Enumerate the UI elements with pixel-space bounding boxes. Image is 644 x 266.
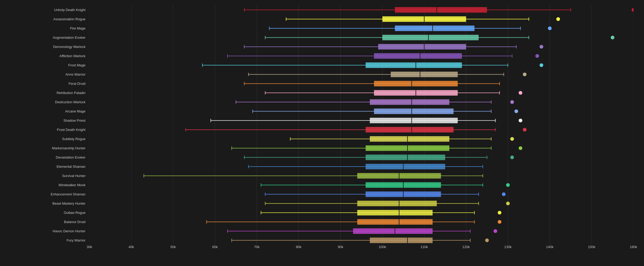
x-tick: 50k — [170, 245, 176, 249]
svg-point-102 — [510, 137, 514, 141]
y-label-marksmanship-hunter: Marksmanship Hunter — [0, 144, 88, 153]
x-axis-ticks: 30k40k50k60k70k80k90k100k110k120k130k140… — [89, 245, 633, 253]
svg-point-114 — [510, 156, 514, 159]
y-label-havoc-demon-hunter: Havoc Demon Hunter — [0, 226, 88, 236]
y-label-fury-warrior: Fury Warrior — [0, 236, 88, 245]
svg-point-37 — [611, 36, 614, 40]
x-tick: 160k — [630, 245, 637, 249]
svg-point-142 — [506, 202, 510, 205]
y-label-affliction-warlock: Affliction Warlock — [0, 51, 88, 61]
svg-point-78 — [510, 100, 514, 104]
chart-area — [89, 5, 633, 245]
svg-point-55 — [540, 63, 543, 67]
svg-rect-41 — [378, 44, 466, 50]
svg-point-49 — [535, 54, 539, 58]
svg-rect-118 — [366, 164, 445, 169]
svg-rect-17 — [395, 7, 487, 13]
svg-rect-164 — [370, 238, 433, 243]
svg-point-90 — [519, 119, 522, 122]
svg-point-148 — [498, 211, 501, 215]
svg-point-72 — [519, 91, 522, 95]
y-label-enhancement-shaman: Enhancement Shaman — [0, 190, 88, 199]
y-label-frost-death-knight: Frost Death Knight — [0, 125, 88, 134]
x-tick: 60k — [212, 245, 218, 249]
y-label-beast-mastery-hunter: Beast Mastery Hunter — [0, 199, 88, 208]
y-label-demonology-warlock: Demonology Warlock — [0, 42, 88, 51]
svg-rect-47 — [374, 53, 462, 59]
svg-point-43 — [540, 45, 543, 49]
y-labels: Unholy Death KnightAssassination RogueFi… — [0, 5, 88, 245]
svg-rect-112 — [366, 155, 445, 160]
svg-rect-29 — [395, 26, 474, 31]
y-label-balance-druid: Balance Druid — [0, 217, 88, 226]
svg-rect-140 — [357, 201, 437, 206]
y-label-unholy-death-knight: Unholy Death Knight — [0, 5, 88, 14]
y-label-survival-hunter: Survival Hunter — [0, 171, 88, 180]
svg-point-84 — [514, 110, 518, 113]
y-label-elemental-shaman: Elemental Shaman — [0, 162, 88, 171]
svg-point-154 — [498, 220, 501, 224]
chart-container: Unholy Death KnightAssassination RogueFi… — [0, 0, 644, 266]
svg-rect-88 — [370, 118, 458, 123]
y-label-windwalker-monk: Windwalker Monk — [0, 180, 88, 190]
y-label-outlaw-rogue: Outlaw Rogue — [0, 208, 88, 217]
svg-rect-82 — [374, 109, 453, 114]
y-label-feral-druid: Feral Druid — [0, 79, 88, 88]
svg-rect-158 — [353, 228, 433, 234]
svg-rect-53 — [366, 62, 462, 68]
svg-point-160 — [494, 229, 497, 233]
svg-point-31 — [548, 27, 552, 30]
svg-rect-65 — [374, 81, 458, 86]
x-tick: 130k — [504, 245, 511, 249]
svg-rect-94 — [366, 127, 453, 132]
y-label-shadow-priest: Shadow Priest — [0, 116, 88, 125]
y-label-destruction-warlock: Destruction Warlock — [0, 97, 88, 107]
svg-point-19 — [632, 8, 633, 12]
x-tick: 70k — [254, 245, 260, 249]
y-label-augmentation-evoker: Augmentation Evoker — [0, 33, 88, 42]
y-label-arcane-mage: Arcane Mage — [0, 107, 88, 116]
svg-point-61 — [523, 73, 526, 76]
y-label-devastation-evoker: Devastation Evoker — [0, 153, 88, 162]
svg-point-136 — [502, 193, 506, 196]
x-tick: 100k — [379, 245, 386, 249]
y-label-frost-mage: Frost Mage — [0, 61, 88, 70]
svg-point-108 — [519, 146, 522, 150]
y-label-fire-mage: Fire Mage — [0, 24, 88, 33]
x-tick: 40k — [129, 245, 134, 249]
x-tick: 140k — [546, 245, 554, 249]
y-label-arms-warrior: Arms Warrior — [0, 70, 88, 79]
svg-rect-35 — [382, 35, 479, 40]
x-tick: 120k — [462, 245, 470, 249]
x-tick: 110k — [420, 245, 428, 249]
svg-point-166 — [485, 239, 489, 242]
svg-rect-59 — [391, 72, 458, 77]
svg-rect-76 — [370, 99, 449, 105]
svg-point-130 — [506, 183, 510, 187]
svg-point-25 — [556, 17, 560, 21]
y-label-assassination-rogue: Assassination Rogue — [0, 14, 88, 24]
x-tick: 90k — [338, 245, 343, 249]
x-tick: 30k — [87, 245, 92, 249]
svg-rect-146 — [357, 210, 433, 215]
x-tick: 150k — [588, 245, 595, 249]
svg-point-96 — [523, 128, 526, 132]
svg-rect-100 — [370, 136, 449, 142]
y-label-subtlety-rogue: Subtlety Rogue — [0, 134, 88, 144]
x-tick: 80k — [296, 245, 301, 249]
svg-rect-152 — [357, 219, 433, 225]
y-label-retribution-paladin: Retribution Paladin — [0, 88, 88, 97]
